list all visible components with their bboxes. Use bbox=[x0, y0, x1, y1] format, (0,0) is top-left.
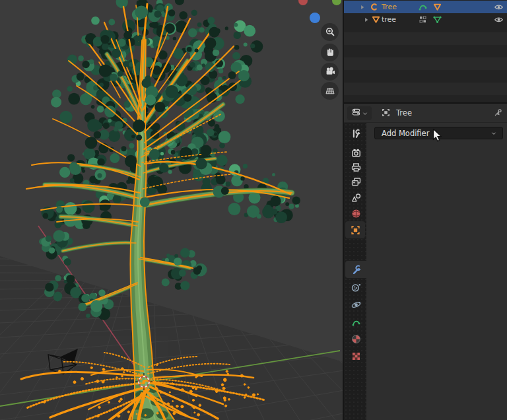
outliner-item-label: tree bbox=[382, 14, 396, 25]
tab-world[interactable] bbox=[345, 205, 366, 222]
tab-view-layer[interactable] bbox=[345, 173, 366, 190]
modifiers-icon bbox=[351, 264, 362, 275]
add-modifier-label: Add Modifier bbox=[382, 129, 490, 138]
curve-object-icon bbox=[369, 2, 379, 12]
tab-texture[interactable] bbox=[345, 347, 366, 365]
chevron-down-icon bbox=[490, 127, 497, 139]
properties-tab-strip bbox=[344, 123, 366, 420]
outliner-row-Tree[interactable]: Tree bbox=[344, 1, 507, 13]
right-panel-column: Treetree Tree Add Modifier bbox=[343, 0, 507, 420]
world-icon bbox=[351, 208, 362, 219]
tool-icon bbox=[351, 128, 362, 139]
hand-icon bbox=[325, 47, 335, 57]
tab-physics[interactable] bbox=[345, 296, 366, 313]
grid-icon bbox=[325, 85, 335, 96]
outliner-row-tree[interactable]: tree bbox=[344, 13, 507, 26]
disclosure-icon[interactable] bbox=[362, 16, 370, 24]
viewport-grid-ortho-button[interactable] bbox=[321, 82, 339, 100]
3d-viewport[interactable] bbox=[0, 0, 343, 420]
breadcrumb-object-name: Tree bbox=[396, 108, 412, 118]
blender-window: Treetree Tree Add Modifier bbox=[0, 0, 507, 420]
render-icon bbox=[351, 147, 362, 158]
viewport-camera-view-button[interactable] bbox=[321, 63, 339, 81]
physics-icon bbox=[351, 299, 362, 310]
tab-material[interactable] bbox=[345, 330, 366, 347]
eye-visibility-icon[interactable] bbox=[494, 15, 504, 24]
axis-ball-blue[interactable] bbox=[310, 13, 320, 23]
output-icon bbox=[351, 162, 362, 173]
tab-object[interactable] bbox=[345, 221, 365, 238]
3d-scene-canvas[interactable] bbox=[0, 0, 343, 420]
modifier-stack-icon bbox=[418, 15, 428, 24]
eye-visibility-icon[interactable] bbox=[494, 2, 504, 12]
curve-data-icon bbox=[418, 2, 428, 12]
object-breadcrumb-icon bbox=[381, 108, 391, 120]
texture-icon bbox=[351, 351, 362, 362]
chevron-down-icon bbox=[362, 107, 368, 120]
properties-body: Add Modifier bbox=[344, 123, 507, 420]
tab-object-data[interactable] bbox=[345, 314, 366, 331]
modifier-panel: Add Modifier bbox=[366, 123, 507, 420]
particles-icon bbox=[351, 282, 362, 293]
view-layer-icon bbox=[351, 176, 362, 188]
mesh-triangle-icon bbox=[432, 2, 442, 12]
tab-tool[interactable] bbox=[345, 125, 366, 142]
properties-editor-icon bbox=[351, 107, 361, 120]
outliner[interactable]: Treetree bbox=[344, 0, 507, 102]
mesh-data-icon bbox=[432, 15, 442, 24]
outliner-item-label: Tree bbox=[382, 1, 397, 13]
tab-modifiers[interactable] bbox=[345, 261, 366, 278]
material-icon bbox=[351, 333, 362, 345]
outliner-empty-rows bbox=[344, 26, 507, 102]
properties-header: Tree bbox=[344, 104, 507, 123]
disclosure-icon[interactable] bbox=[358, 3, 366, 11]
properties-editor: Tree Add Modifier bbox=[344, 104, 507, 420]
mesh-triangle-icon bbox=[371, 15, 381, 24]
viewport-pan-button[interactable] bbox=[321, 44, 339, 61]
magnifier-plus-icon bbox=[325, 26, 335, 37]
pin-icon[interactable] bbox=[493, 108, 503, 120]
add-modifier-dropdown[interactable]: Add Modifier bbox=[374, 127, 503, 139]
camera-icon bbox=[325, 66, 335, 77]
viewport-zoom-button[interactable] bbox=[321, 23, 339, 41]
tab-particles[interactable] bbox=[345, 279, 366, 296]
tab-scene[interactable] bbox=[345, 189, 366, 206]
scene-icon bbox=[351, 192, 362, 203]
curve-data-icon bbox=[351, 318, 361, 328]
object-icon bbox=[350, 225, 361, 236]
editor-type-selector[interactable] bbox=[347, 106, 372, 120]
